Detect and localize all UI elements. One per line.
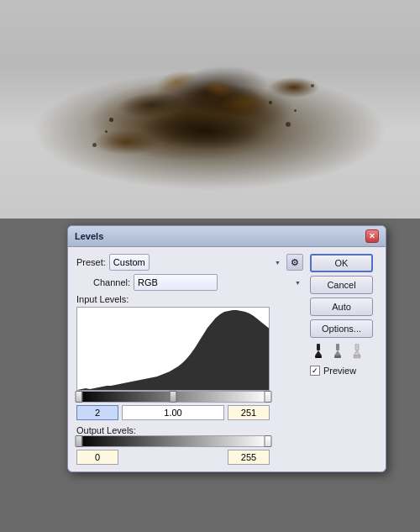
input-max-field[interactable] [228, 405, 270, 420]
particle-dot [269, 101, 272, 104]
preset-row: Preset: Custom ⚙ [76, 254, 303, 271]
preview-label: Preview [323, 366, 356, 376]
particle-dot [105, 130, 108, 133]
right-panel: OK Cancel Auto Options... [310, 254, 377, 465]
white-eyedropper-icon [351, 344, 363, 359]
input-white-handle[interactable] [265, 391, 272, 403]
preset-label: Preset: [76, 257, 106, 267]
svg-rect-7 [355, 344, 359, 350]
svg-rect-3 [315, 356, 322, 358]
white-eyedropper[interactable] [349, 343, 365, 360]
input-min-field[interactable] [76, 405, 118, 420]
svg-marker-2 [315, 350, 322, 356]
svg-marker-8 [354, 350, 360, 356]
options-button[interactable]: Options... [310, 319, 373, 338]
output-values-row [76, 450, 270, 465]
dialog-titlebar: Levels ✕ [68, 226, 386, 247]
histogram [76, 307, 270, 391]
svg-rect-1 [317, 344, 320, 350]
preset-select-wrapper: Custom [109, 254, 283, 271]
output-max-field[interactable] [228, 450, 270, 465]
input-mid-field[interactable] [122, 405, 224, 420]
particle-dot [109, 118, 113, 122]
svg-rect-9 [354, 356, 360, 358]
auto-button[interactable]: Auto [310, 298, 373, 316]
eyedroppers-row [310, 343, 377, 360]
black-eyedropper-icon [312, 344, 324, 359]
particle-dot [92, 143, 97, 147]
input-black-handle[interactable] [76, 391, 83, 403]
left-panel: Preset: Custom ⚙ Channel: RGB Red Green … [76, 254, 303, 465]
levels-dialog: Levels ✕ Preset: Custom ⚙ Channel: [67, 225, 386, 472]
preview-row: ✓ Preview [310, 366, 377, 376]
preview-checkbox[interactable]: ✓ [310, 366, 320, 376]
input-values-row [76, 405, 270, 420]
ok-button[interactable]: OK [310, 254, 373, 272]
output-black-handle[interactable] [76, 435, 83, 447]
photo-display [0, 0, 420, 219]
channel-row: Channel: RGB Red Green Blue [76, 274, 303, 291]
svg-rect-6 [334, 356, 341, 358]
output-min-field[interactable] [76, 450, 118, 465]
gear-button[interactable]: ⚙ [286, 254, 303, 271]
input-levels-label: Input Levels: [76, 294, 303, 304]
output-white-handle[interactable] [265, 435, 272, 447]
dialog-title: Levels [75, 231, 103, 241]
output-levels-label: Output Levels: [76, 425, 136, 435]
channel-select[interactable]: RGB Red Green Blue [134, 274, 218, 291]
input-slider-track[interactable] [76, 391, 270, 403]
cancel-button[interactable]: Cancel [310, 276, 373, 294]
particle-dot [311, 84, 314, 87]
gray-eyedropper-icon [332, 344, 344, 359]
svg-marker-5 [334, 350, 341, 356]
svg-rect-4 [336, 344, 339, 350]
preset-select[interactable]: Custom [109, 254, 150, 271]
output-slider-track[interactable] [76, 435, 270, 447]
channel-select-wrapper: RGB Red Green Blue [134, 274, 303, 291]
gray-eyedropper[interactable] [329, 343, 346, 360]
close-button[interactable]: ✕ [365, 229, 379, 243]
particle-dot [286, 122, 291, 127]
black-eyedropper[interactable] [310, 343, 327, 360]
histogram-svg [77, 308, 270, 391]
input-gray-handle[interactable] [170, 391, 177, 403]
particle-dot [294, 109, 297, 112]
dialog-body: Preset: Custom ⚙ Channel: RGB Red Green … [68, 247, 386, 471]
channel-label: Channel: [93, 277, 130, 287]
